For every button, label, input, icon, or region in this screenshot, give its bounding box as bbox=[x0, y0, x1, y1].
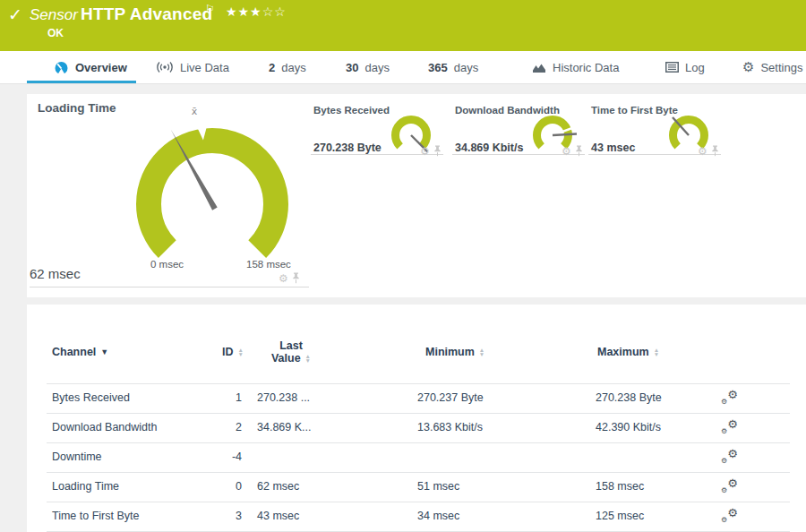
channel-maximum: 158 msec bbox=[596, 472, 644, 502]
channel-last-value: 43 msec bbox=[257, 502, 299, 531]
log-list-icon bbox=[665, 62, 679, 73]
sensor-header: ✓ Sensor HTTP Advanced ⚐ ★★★☆☆ OK bbox=[0, 0, 806, 51]
sort-arrows-icon: ▲▼ bbox=[305, 352, 311, 363]
channel-id: 1 bbox=[197, 383, 242, 413]
channel-settings-icon[interactable]: ⚙⚙ bbox=[720, 450, 738, 465]
prtg-sensor-overview-page: ✓ Sensor HTTP Advanced ⚐ ★★★☆☆ OK Overvi… bbox=[0, 0, 806, 532]
tab-bar: Overview Live Data 2 days 30 days 365 da… bbox=[0, 51, 806, 84]
channel-maximum: 270.238 Byte bbox=[596, 383, 662, 413]
tab-label: days bbox=[364, 61, 389, 74]
channels-table-panel: Channel ▼ ID ▲▼ Last Value ▲▼ Minimum ▲▼… bbox=[27, 305, 806, 532]
channel-settings-icon[interactable]: ⚙⚙ bbox=[720, 390, 738, 406]
column-label: Last bbox=[279, 339, 303, 352]
gauge-current-value: 62 msec bbox=[30, 266, 81, 281]
tab-30-days[interactable]: 30 days bbox=[346, 51, 390, 83]
column-header-maximum[interactable]: Maximum ▲▼ bbox=[597, 346, 659, 358]
download-bandwidth-gauge-widget: Download Bandwidth 34.869 Kbit/s ⚙ bbox=[452, 94, 585, 166]
gauge-current-value: 34.869 Kbit/s bbox=[455, 142, 523, 154]
gauge-icon bbox=[54, 61, 69, 74]
sort-arrows-icon: ▲▼ bbox=[479, 346, 484, 356]
column-header-last-value[interactable]: Last Value ▲▼ bbox=[246, 339, 336, 365]
tab-number: 2 bbox=[269, 61, 275, 74]
gauge-title: Bytes Received bbox=[313, 105, 390, 116]
object-kind-label: Sensor bbox=[30, 6, 78, 24]
gauge-scale-max: 158 msec bbox=[246, 259, 291, 270]
tab-overview[interactable]: Overview bbox=[54, 51, 127, 83]
tab-label: Historic Data bbox=[553, 61, 619, 74]
channel-gear-icon[interactable]: ⚙ bbox=[562, 146, 571, 157]
channel-minimum: 13.683 Kbit/s bbox=[417, 413, 483, 442]
channel-last-value: 34.869 K... bbox=[257, 413, 311, 442]
priority-flag-icon[interactable]: ⚐ bbox=[205, 3, 215, 15]
gauges-panel: Loading Time x̄ 0 msec 158 msec 62 msec … bbox=[27, 94, 806, 297]
bytes-received-gauge-widget: Bytes Received 270.238 Byte ⚙ bbox=[311, 94, 443, 166]
tab-log[interactable]: Log bbox=[665, 51, 705, 83]
channel-name: Bytes Received bbox=[52, 383, 130, 413]
pin-icon[interactable] bbox=[433, 145, 442, 157]
channel-settings-icon[interactable]: ⚙⚙ bbox=[720, 509, 738, 524]
column-header-id[interactable]: ID ▲▼ bbox=[197, 346, 244, 358]
gauge-scale-min: 0 msec bbox=[150, 259, 184, 270]
tab-label: Overview bbox=[75, 61, 127, 74]
channel-settings-icon[interactable]: ⚙⚙ bbox=[720, 420, 738, 435]
tab-label: Live Data bbox=[180, 61, 229, 74]
channel-gear-icon[interactable]: ⚙ bbox=[698, 146, 707, 157]
tab-2-days[interactable]: 2 days bbox=[269, 51, 306, 83]
table-header-row: Channel ▼ ID ▲▼ Last Value ▲▼ Minimum ▲▼… bbox=[27, 305, 806, 383]
channel-gear-icon[interactable]: ⚙ bbox=[279, 273, 288, 284]
column-label: Minimum bbox=[425, 346, 475, 358]
tab-historic-data[interactable]: Historic Data bbox=[532, 51, 619, 83]
pin-icon[interactable] bbox=[574, 145, 584, 157]
table-row[interactable]: Downtime -4 ⚙⚙ bbox=[27, 442, 806, 472]
channel-id: 2 bbox=[197, 413, 242, 442]
column-label: Maximum bbox=[597, 346, 649, 358]
channel-name: Download Bandwidth bbox=[52, 413, 157, 442]
live-data-icon bbox=[156, 61, 174, 73]
column-label: Value bbox=[271, 352, 301, 365]
channel-settings-icon[interactable]: ⚙⚙ bbox=[720, 479, 738, 494]
channel-name: Downtime bbox=[52, 442, 102, 472]
sensor-title: HTTP Advanced bbox=[81, 4, 212, 24]
column-header-minimum[interactable]: Minimum ▲▼ bbox=[425, 346, 484, 358]
table-row[interactable]: Time to First Byte 3 43 msec 34 msec 125… bbox=[27, 502, 806, 531]
channel-name: Time to First Byte bbox=[52, 502, 139, 531]
channel-minimum: 51 msec bbox=[417, 472, 459, 502]
loading-time-gauge-widget: Loading Time x̄ 0 msec 158 msec 62 msec … bbox=[27, 94, 336, 297]
tab-number: 365 bbox=[428, 61, 448, 74]
tab-number: 30 bbox=[346, 61, 358, 74]
channel-last-value: 270.238 ... bbox=[257, 383, 310, 413]
priority-stars[interactable]: ★★★☆☆ bbox=[226, 4, 287, 19]
channel-last-value: 62 msec bbox=[257, 472, 299, 502]
area-chart-icon bbox=[532, 62, 546, 73]
channel-id: 0 bbox=[197, 472, 242, 502]
status-badge: OK bbox=[47, 27, 64, 39]
channel-minimum: 270.237 Byte bbox=[417, 383, 484, 413]
status-check-icon: ✓ bbox=[8, 4, 22, 24]
pin-icon[interactable] bbox=[710, 145, 720, 157]
channel-id: -4 bbox=[197, 442, 242, 472]
tab-label: days bbox=[454, 61, 478, 74]
time-to-first-byte-gauge-widget: Time to First Byte 43 msec ⚙ bbox=[588, 94, 721, 166]
pin-icon[interactable] bbox=[291, 272, 301, 284]
active-tab-indicator bbox=[27, 81, 136, 83]
tab-label: days bbox=[281, 61, 305, 74]
column-label: ID bbox=[222, 346, 234, 358]
channel-gear-icon[interactable]: ⚙ bbox=[420, 146, 430, 157]
table-row[interactable]: Download Bandwidth 2 34.869 K... 13.683 … bbox=[27, 413, 806, 442]
tab-live-data[interactable]: Live Data bbox=[156, 51, 229, 83]
column-header-channel[interactable]: Channel ▼ bbox=[52, 346, 108, 358]
tab-label: Log bbox=[685, 61, 705, 74]
tab-365-days[interactable]: 365 days bbox=[428, 51, 478, 83]
channel-maximum: 125 msec bbox=[596, 502, 644, 531]
table-row[interactable]: Bytes Received 1 270.238 ... 270.237 Byt… bbox=[27, 383, 806, 413]
gauge-current-value: 270.238 Byte bbox=[313, 142, 382, 154]
channel-minimum: 34 msec bbox=[417, 502, 459, 531]
tab-settings[interactable]: ⚙ Settings bbox=[742, 51, 802, 83]
tab-label: Settings bbox=[760, 61, 802, 74]
table-row[interactable]: Loading Time 0 62 msec 51 msec 158 msec … bbox=[27, 472, 806, 502]
channel-maximum: 42.390 Kbit/s bbox=[596, 413, 661, 442]
channel-name: Loading Time bbox=[52, 472, 119, 502]
gauge-current-value: 43 msec bbox=[591, 142, 635, 154]
gear-icon: ⚙ bbox=[742, 61, 754, 74]
widget-divider bbox=[30, 287, 309, 287]
